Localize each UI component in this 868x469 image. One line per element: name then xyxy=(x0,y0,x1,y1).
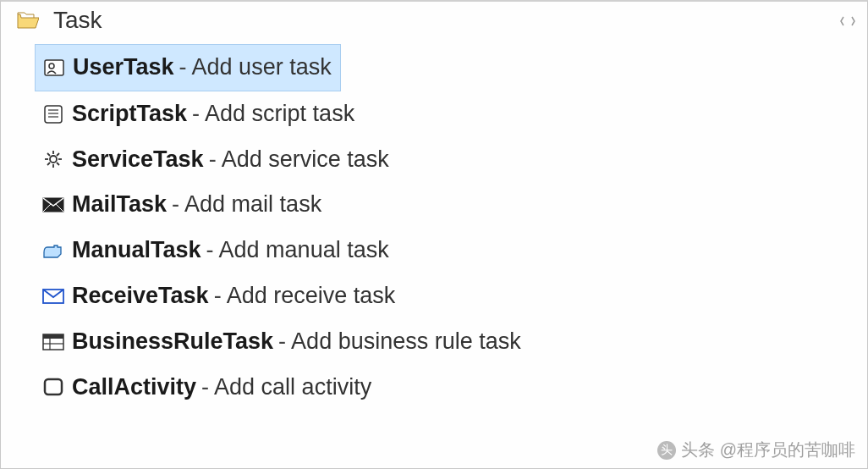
watermark-logo-icon: 头 xyxy=(657,441,676,460)
svg-line-13 xyxy=(57,153,59,156)
item-desc: Add manual task xyxy=(219,234,389,267)
watermark-text: 头条 @程序员的苦咖啡 xyxy=(681,439,855,461)
call-activity-icon xyxy=(41,377,65,397)
svg-line-11 xyxy=(57,163,59,165)
item-name: UserTask xyxy=(73,52,174,84)
item-name: MailTask xyxy=(72,189,167,221)
item-name: ManualTask xyxy=(72,234,201,267)
item-desc: Add call activity xyxy=(214,372,371,404)
item-name: BusinessRuleTask xyxy=(72,326,273,358)
svg-rect-17 xyxy=(43,334,63,339)
item-name: ScriptTask xyxy=(72,98,187,130)
collapse-icon[interactable] xyxy=(840,15,855,27)
palette-title: Task xyxy=(53,7,102,34)
palette-item-callactivity[interactable]: CallActivity - Add call activity xyxy=(1,365,867,411)
task-list: UserTask - Add user task ScriptTask - Ad… xyxy=(1,41,867,418)
folder-open-icon xyxy=(16,10,40,30)
item-desc: Add service task xyxy=(222,144,389,176)
mail-task-icon xyxy=(41,195,65,215)
palette-item-receivetask[interactable]: ReceiveTask - Add receive task xyxy=(1,273,867,319)
svg-point-5 xyxy=(50,156,57,163)
item-name: CallActivity xyxy=(72,372,196,404)
item-desc: Add business rule task xyxy=(291,326,521,358)
svg-rect-20 xyxy=(45,379,62,395)
service-task-icon xyxy=(41,149,65,169)
business-rule-task-icon xyxy=(41,332,65,352)
item-name: ReceiveTask xyxy=(72,280,209,312)
task-palette-panel: Task UserTask - Add user task ScriptTask… xyxy=(0,0,868,469)
palette-header[interactable]: Task xyxy=(1,2,867,41)
receive-task-icon xyxy=(41,286,65,306)
palette-item-usertask[interactable]: UserTask - Add user task xyxy=(35,44,341,91)
palette-item-scripttask[interactable]: ScriptTask - Add script task xyxy=(1,91,867,137)
item-desc: Add user task xyxy=(192,52,332,84)
script-task-icon xyxy=(41,104,65,124)
svg-line-10 xyxy=(47,153,50,156)
item-name: ServiceTask xyxy=(72,144,204,176)
palette-item-manualtask[interactable]: ManualTask - Add manual task xyxy=(1,228,867,273)
manual-task-icon xyxy=(41,240,65,261)
item-desc: Add mail task xyxy=(184,189,321,221)
watermark: 头 头条 @程序员的苦咖啡 xyxy=(657,439,855,461)
user-task-icon xyxy=(42,58,66,78)
item-desc: Add script task xyxy=(205,98,354,130)
svg-line-12 xyxy=(47,163,50,165)
palette-item-businessruletask[interactable]: BusinessRuleTask - Add business rule tas… xyxy=(1,319,867,365)
palette-item-servicetask[interactable]: ServiceTask - Add service task xyxy=(1,137,867,183)
palette-item-mailtask[interactable]: MailTask - Add mail task xyxy=(1,182,867,228)
item-desc: Add receive task xyxy=(227,280,396,312)
